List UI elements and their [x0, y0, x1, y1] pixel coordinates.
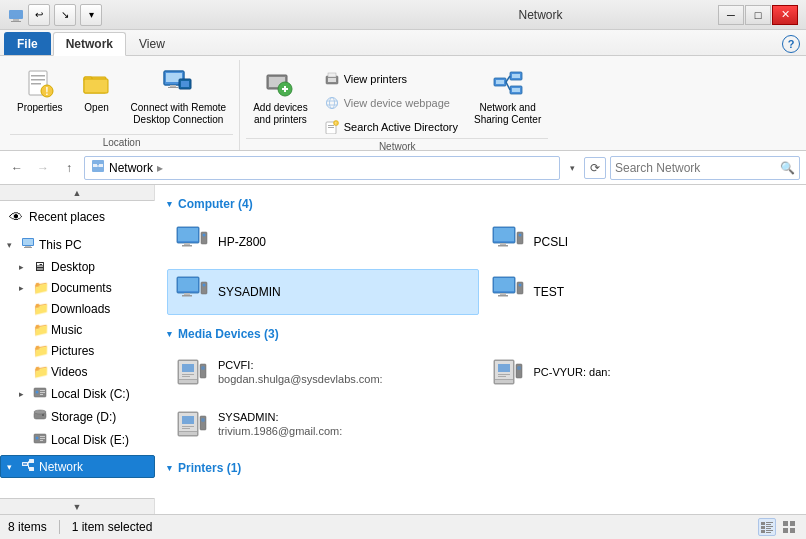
sidebar-item-music[interactable]: 📁 Music [0, 319, 155, 340]
svg-rect-129 [790, 521, 795, 526]
svg-rect-121 [766, 524, 771, 525]
pc-vyur-label: PC-VYUR: dan: [534, 365, 611, 379]
view-large-icons-button[interactable] [780, 518, 798, 536]
sidebar-item-this-pc[interactable]: ▾ This PC [0, 233, 155, 256]
sidebar-item-documents[interactable]: ▸ 📁 Documents [0, 277, 155, 298]
address-separator: ▸ [157, 161, 163, 175]
desktop-label: Desktop [51, 260, 95, 274]
sidebar-item-videos[interactable]: 📁 Videos [0, 361, 155, 382]
network-small-buttons: View printers View device webpage [319, 64, 463, 138]
sidebar-item-desktop[interactable]: ▸ 🖥 Desktop [0, 256, 155, 277]
address-bar: ← → ↑ Network ▸ ▾ ⟳ 🔍 [0, 151, 806, 185]
computer-icon-test [490, 274, 526, 310]
list-item[interactable]: SYSADMIN: trivium.1986@gmail.com: [167, 401, 479, 447]
properties-icon: ! [24, 68, 56, 100]
sidebar-item-local-c[interactable]: ▸ Local Disk (C:) [0, 382, 155, 405]
open-label: Open [84, 102, 108, 114]
list-item[interactable]: PC-VYUR: dan: [483, 349, 795, 395]
hp-z800-label: HP-Z800 [218, 235, 266, 249]
downloads-icon: 📁 [33, 301, 49, 316]
refresh-button[interactable]: ⟳ [584, 157, 606, 179]
svg-rect-46 [99, 164, 103, 167]
list-item[interactable]: TEST [483, 269, 795, 315]
svg-rect-92 [498, 295, 508, 297]
maximize-button[interactable]: □ [745, 5, 771, 25]
address-path-label: Network [109, 161, 153, 175]
view-printers-icon [324, 71, 340, 87]
svg-rect-119 [761, 522, 765, 525]
svg-rect-15 [170, 85, 176, 87]
help-button[interactable]: ? [782, 35, 800, 53]
svg-rect-115 [182, 426, 194, 427]
title-bar: ↩ ↘ ▾ Network ─ □ ✕ [0, 0, 806, 30]
svg-point-102 [201, 366, 205, 370]
list-item[interactable]: PCSLI [483, 219, 795, 265]
music-label: Music [51, 323, 82, 337]
pcvfi-sublabel: bogdan.shulga@sysdevlabs.com: [218, 372, 383, 386]
tab-file[interactable]: File [4, 32, 51, 55]
up-button[interactable]: ↑ [58, 157, 80, 179]
local-e-icon [33, 431, 49, 448]
sidebar-item-downloads[interactable]: 📁 Downloads [0, 298, 155, 319]
sidebar-scroll-down[interactable]: ▼ [0, 498, 154, 514]
quick-pin-btn[interactable]: ↘ [54, 4, 76, 26]
list-item[interactable]: HP-Z800 [167, 219, 479, 265]
back-button[interactable]: ← [6, 157, 28, 179]
sidebar-item-recent-places-label: Recent places [29, 210, 105, 224]
svg-rect-18 [181, 81, 189, 87]
quick-dropdown-btn[interactable]: ▾ [80, 4, 102, 26]
svg-rect-116 [182, 428, 190, 429]
sidebar-item-local-e[interactable]: Local Disk (E:) [0, 428, 155, 451]
status-divider [59, 520, 60, 534]
videos-icon: 📁 [33, 364, 49, 379]
svg-rect-5 [31, 79, 45, 81]
svg-rect-64 [40, 440, 43, 441]
sidebar-item-recent-places[interactable]: 👁 Recent places [0, 205, 155, 229]
list-item[interactable]: SYSADMIN [167, 269, 479, 315]
add-devices-button[interactable]: Add devicesand printers [246, 64, 314, 130]
sidebar-item-storage-d[interactable]: Storage (D:) [0, 405, 155, 428]
svg-rect-130 [783, 528, 788, 533]
view-printers-button[interactable]: View printers [319, 68, 463, 90]
properties-button[interactable]: ! Properties [10, 64, 70, 118]
app-icon [8, 7, 24, 23]
location-group-label: Location [10, 134, 233, 150]
svg-point-59 [42, 414, 44, 416]
tab-view[interactable]: View [126, 32, 178, 55]
sidebar-scroll-up[interactable]: ▲ [0, 185, 154, 201]
svg-rect-6 [31, 83, 41, 85]
search-active-directory-button[interactable]: ! Search Active Directory [319, 116, 463, 138]
svg-line-70 [28, 464, 29, 469]
sysadmin-media-label-container: SYSADMIN: trivium.1986@gmail.com: [218, 410, 342, 439]
search-box[interactable]: 🔍 [610, 156, 800, 180]
section-computer: ▾ Computer (4) [167, 197, 794, 211]
address-path[interactable]: Network ▸ [84, 156, 560, 180]
svg-rect-125 [761, 530, 765, 533]
list-item[interactable]: PCVFI: bogdan.shulga@sysdevlabs.com: [167, 349, 479, 395]
local-e-label: Local Disk (E:) [51, 433, 129, 447]
address-dropdown-button[interactable]: ▾ [564, 156, 580, 180]
documents-icon: 📁 [33, 280, 49, 295]
tab-network[interactable]: Network [53, 32, 126, 56]
forward-button[interactable]: → [32, 157, 54, 179]
open-icon [81, 68, 113, 100]
view-details-button[interactable] [758, 518, 776, 536]
ribbon-group-network: Add devicesand printers View printers [240, 60, 554, 150]
svg-rect-99 [182, 374, 194, 375]
search-input[interactable] [615, 161, 776, 175]
remote-desktop-icon [162, 68, 194, 100]
network-sharing-label: Network andSharing Center [474, 102, 541, 126]
network-sharing-button[interactable]: Network andSharing Center [467, 64, 548, 130]
sidebar-item-network[interactable]: ▾ Network [0, 455, 155, 478]
svg-rect-33 [328, 127, 334, 128]
sidebar-item-pictures[interactable]: 📁 Pictures [0, 340, 155, 361]
quick-access-btn[interactable]: ↩ [28, 4, 50, 26]
videos-label: Videos [51, 365, 87, 379]
view-device-webpage-button: View device webpage [319, 92, 463, 114]
close-button[interactable]: ✕ [772, 5, 798, 25]
open-button[interactable]: Open [74, 64, 120, 118]
minimize-button[interactable]: ─ [718, 5, 744, 25]
remote-desktop-button[interactable]: Connect with RemoteDesktop Connection [124, 64, 234, 130]
media-section-label: Media Devices (3) [178, 327, 279, 341]
svg-rect-56 [40, 394, 43, 395]
